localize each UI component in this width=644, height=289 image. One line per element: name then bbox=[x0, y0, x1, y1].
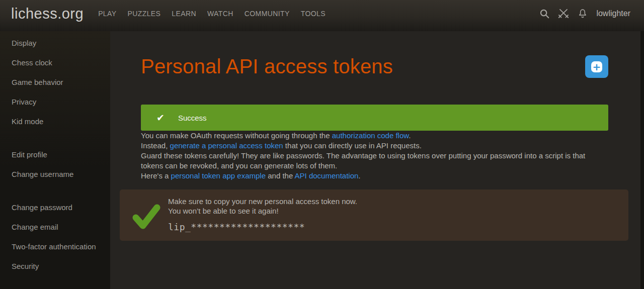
sidebar-item-change-email[interactable]: Change email bbox=[0, 217, 110, 237]
sidebar-group-security: Change password Change email Two-factor … bbox=[0, 198, 110, 276]
top-header: lichess.org PLAY PUZZLES LEARN WATCH COM… bbox=[0, 0, 644, 31]
text-run: Guard these tokens carefully! They are l… bbox=[141, 151, 585, 170]
nav-learn[interactable]: LEARN bbox=[166, 6, 202, 22]
main-nav: PLAY PUZZLES LEARN WATCH COMMUNITY TOOLS bbox=[93, 6, 331, 22]
link-api-documentation[interactable]: API documentation bbox=[295, 171, 359, 180]
token-value: lip_******************** bbox=[168, 222, 357, 232]
text-run: Instead, bbox=[141, 141, 170, 150]
success-banner-label: Success bbox=[178, 114, 207, 122]
plus-icon: + bbox=[591, 61, 602, 72]
sidebar-item-change-password[interactable]: Change password bbox=[0, 198, 110, 217]
text-run: that you can directly use in API request… bbox=[283, 141, 422, 150]
nav-tools[interactable]: TOOLS bbox=[295, 6, 331, 22]
search-icon[interactable] bbox=[535, 5, 554, 22]
sidebar-item-change-username[interactable]: Change username bbox=[0, 164, 110, 184]
nav-community[interactable]: COMMUNITY bbox=[239, 6, 295, 22]
bell-icon[interactable] bbox=[573, 5, 592, 22]
sidebar-item-security[interactable]: Security bbox=[0, 256, 110, 276]
token-message-line1: Make sure to copy your new personal acce… bbox=[168, 197, 357, 206]
crossed-swords-icon[interactable] bbox=[554, 5, 573, 22]
sidebar-item-privacy[interactable]: Privacy bbox=[0, 92, 110, 112]
sidebar-group-preferences: Display Chess clock Game behavior Privac… bbox=[0, 33, 110, 131]
main-panel: Personal API access tokens + ✔ Success Y… bbox=[110, 31, 640, 289]
text-run: You can make OAuth requests without goin… bbox=[141, 131, 332, 140]
sidebar-item-edit-profile[interactable]: Edit profile bbox=[0, 145, 110, 164]
new-token-box: Make sure to copy your new personal acce… bbox=[120, 189, 628, 241]
text-run: . bbox=[358, 171, 360, 180]
intro-paragraph: You can make OAuth requests without goin… bbox=[141, 131, 608, 141]
sidebar-item-display[interactable]: Display bbox=[0, 33, 110, 53]
token-message: Make sure to copy your new personal acce… bbox=[168, 197, 357, 232]
success-banner: ✔ Success bbox=[141, 105, 608, 131]
lichess-logo[interactable]: lichess.org bbox=[11, 6, 84, 22]
settings-sidebar: Display Chess clock Game behavior Privac… bbox=[0, 31, 110, 289]
text-run: and the bbox=[266, 171, 295, 180]
link-personal-token-app-example[interactable]: personal token app example bbox=[171, 171, 266, 180]
user-menu[interactable]: lowlighter bbox=[592, 9, 637, 18]
nav-play[interactable]: PLAY bbox=[93, 6, 122, 22]
sidebar-item-chess-clock[interactable]: Chess clock bbox=[0, 53, 110, 72]
token-message-line2: You won’t be able to see it again! bbox=[168, 206, 357, 216]
page-layout: Display Chess clock Game behavior Privac… bbox=[0, 31, 644, 289]
nav-watch[interactable]: WATCH bbox=[202, 6, 239, 22]
text-run: . bbox=[409, 131, 411, 140]
link-generate-personal-access-token[interactable]: generate a personal access token bbox=[170, 141, 283, 150]
docs-paragraph: Here's a personal token app example and … bbox=[141, 171, 608, 181]
header-right: lowlighter bbox=[535, 5, 637, 22]
text-run: Here's a bbox=[141, 171, 171, 180]
big-check-icon bbox=[132, 204, 161, 232]
generate-paragraph: Instead, generate a personal access toke… bbox=[141, 141, 608, 151]
check-icon: ✔ bbox=[156, 113, 165, 123]
create-token-button[interactable]: + bbox=[585, 55, 608, 78]
sidebar-item-two-factor[interactable]: Two-factor authentication bbox=[0, 237, 110, 256]
sidebar-group-profile: Edit profile Change username bbox=[0, 145, 110, 184]
guard-paragraph: Guard these tokens carefully! They are l… bbox=[141, 151, 608, 171]
link-authorization-code-flow[interactable]: authorization code flow bbox=[332, 131, 409, 140]
sidebar-item-kid-mode[interactable]: Kid mode bbox=[0, 112, 110, 131]
title-row: Personal API access tokens + bbox=[141, 54, 608, 78]
sidebar-item-game-behavior[interactable]: Game behavior bbox=[0, 72, 110, 92]
nav-puzzles[interactable]: PUZZLES bbox=[122, 6, 167, 22]
page-title: Personal API access tokens bbox=[141, 54, 393, 78]
